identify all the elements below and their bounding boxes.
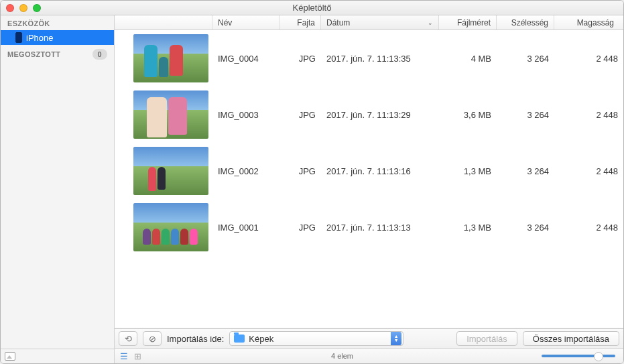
table-row[interactable]: IMG_0002 JPG 2017. jún. 7. 11:13:16 1,3 … <box>115 143 623 199</box>
cell-height: 2 448 <box>554 166 623 176</box>
view-mode-toggle: ☰ ⊞ <box>119 351 143 361</box>
table-row[interactable]: IMG_0004 JPG 2017. jún. 7. 11:13:35 4 MB… <box>115 30 623 86</box>
grid-view-icon[interactable]: ⊞ <box>132 351 143 361</box>
thumbnail-icon <box>133 34 208 82</box>
destination-label: Képek <box>249 334 273 344</box>
sidebar-item-iphone[interactable]: iPhone <box>1 30 114 45</box>
folder-icon <box>234 335 245 343</box>
import-toolbar: ⟲ ⊘ Importálás ide: Képek ▲▼ Importálás … <box>115 328 623 349</box>
cell-date: 2017. jún. 7. 11:13:16 <box>321 166 439 176</box>
import-to-label: Importálás ide: <box>167 334 224 344</box>
cell-size: 1,3 MB <box>439 223 497 233</box>
cell-name: IMG_0003 <box>212 110 279 120</box>
thumbnail-icon <box>133 90 208 139</box>
cell-size: 3,6 MB <box>439 110 497 120</box>
column-width[interactable]: Szélesség <box>497 15 554 29</box>
rotate-button[interactable]: ⟲ <box>119 331 137 346</box>
cell-width: 3 264 <box>497 223 554 233</box>
content-area: Név Fajta Dátum ⌄ Fájlméret Szélesség Ma… <box>115 15 623 363</box>
sidebar-section-devices-label: ESZKÖZÖK <box>7 19 50 27</box>
cell-width: 3 264 <box>497 110 554 120</box>
sidebar-section-shared: MEGOSZTOTT 0 <box>1 45 114 62</box>
import-button[interactable]: Importálás <box>456 331 517 346</box>
titlebar: Képletöltő <box>1 1 623 15</box>
cell-name: IMG_0001 <box>212 223 279 233</box>
thumbnail-size-slider[interactable] <box>542 355 615 357</box>
sidebar-section-shared-label: MEGOSZTOTT <box>7 50 60 58</box>
sidebar-section-devices: ESZKÖZÖK <box>1 15 114 30</box>
no-entry-icon: ⊘ <box>149 334 156 344</box>
table-header: Név Fajta Dátum ⌄ Fájlméret Szélesség Ma… <box>115 15 623 30</box>
sidebar-footer <box>1 349 114 363</box>
delete-button[interactable]: ⊘ <box>143 331 162 346</box>
column-kind[interactable]: Fajta <box>279 15 321 29</box>
thumbnail-icon <box>133 147 208 195</box>
cell-name: IMG_0004 <box>212 54 279 64</box>
cell-size: 4 MB <box>439 54 497 64</box>
cell-date: 2017. jún. 7. 11:13:35 <box>321 54 439 64</box>
rotate-icon: ⟲ <box>125 334 132 344</box>
table-body[interactable]: IMG_0004 JPG 2017. jún. 7. 11:13:35 4 MB… <box>115 30 623 328</box>
sidebar: ESZKÖZÖK iPhone MEGOSZTOTT 0 <box>1 15 115 363</box>
cell-date: 2017. jún. 7. 11:13:13 <box>321 223 439 233</box>
show-info-icon[interactable] <box>5 352 15 361</box>
column-height[interactable]: Magasság <box>554 15 623 29</box>
sort-descending-icon: ⌄ <box>428 19 433 26</box>
destination-popup[interactable]: Képek ▲▼ <box>229 331 403 346</box>
shared-count-badge: 0 <box>92 49 107 60</box>
cell-name: IMG_0002 <box>212 166 279 176</box>
column-name[interactable]: Név <box>212 15 279 29</box>
phone-icon <box>15 32 22 43</box>
cell-date: 2017. jún. 7. 11:13:29 <box>321 110 439 120</box>
cell-width: 3 264 <box>497 54 554 64</box>
cell-height: 2 448 <box>554 110 623 120</box>
window-title: Képletöltő <box>1 3 623 13</box>
column-thumbnail[interactable] <box>115 15 212 29</box>
cell-kind: JPG <box>279 54 321 64</box>
table-row[interactable]: IMG_0001 JPG 2017. jún. 7. 11:13:13 1,3 … <box>115 199 623 255</box>
cell-kind: JPG <box>279 110 321 120</box>
cell-kind: JPG <box>279 223 321 233</box>
item-count-label: 4 elem <box>143 352 542 360</box>
cell-width: 3 264 <box>497 166 554 176</box>
main-area: ESZKÖZÖK iPhone MEGOSZTOTT 0 Név Fajta <box>1 15 623 363</box>
column-size[interactable]: Fájlméret <box>439 15 497 29</box>
cell-height: 2 448 <box>554 223 623 233</box>
cell-size: 1,3 MB <box>439 166 497 176</box>
list-view-icon[interactable]: ☰ <box>119 351 129 361</box>
cell-kind: JPG <box>279 166 321 176</box>
table-row[interactable]: IMG_0003 JPG 2017. jún. 7. 11:13:29 3,6 … <box>115 86 623 143</box>
import-all-button[interactable]: Összes importálása <box>523 331 619 346</box>
sidebar-item-label: iPhone <box>26 33 53 43</box>
cell-height: 2 448 <box>554 54 623 64</box>
chevron-up-down-icon: ▲▼ <box>391 332 401 345</box>
status-bar: ☰ ⊞ 4 elem <box>115 349 623 363</box>
app-window: Képletöltő ESZKÖZÖK iPhone MEGOSZTOTT 0 <box>0 0 624 364</box>
thumbnail-icon <box>133 203 208 251</box>
column-date[interactable]: Dátum ⌄ <box>321 15 439 29</box>
